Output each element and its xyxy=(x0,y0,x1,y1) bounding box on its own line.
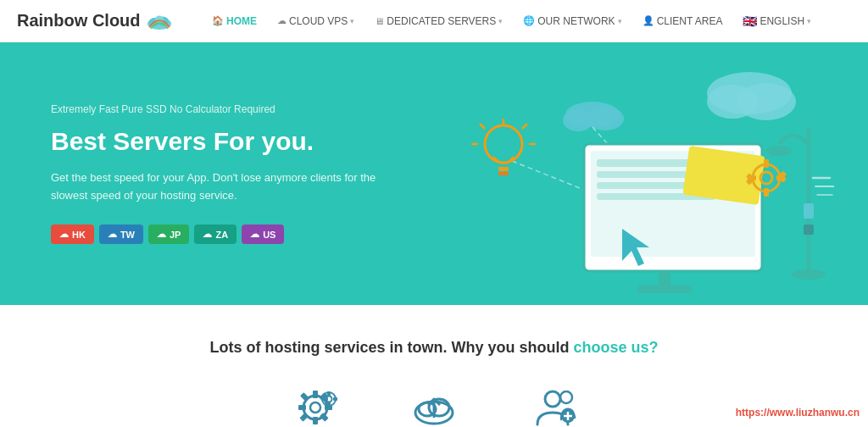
nav-label-client-area: CLIENT AREA xyxy=(657,15,723,27)
svg-rect-28 xyxy=(637,286,692,293)
svg-rect-64 xyxy=(324,397,328,401)
nav-label-home: HOME xyxy=(226,15,257,27)
logo-text: Rainbow Cloud xyxy=(17,11,141,30)
badge-za[interactable]: ☁ ZA xyxy=(194,225,236,244)
nav-label-dedicated-servers: DEDICATED SERVERS xyxy=(387,15,496,27)
svg-point-42 xyxy=(766,146,792,156)
svg-point-50 xyxy=(310,402,320,413)
svg-line-16 xyxy=(480,124,485,129)
nav-item-dedicated-servers[interactable]: 🖥 DEDICATED SERVERS ▾ xyxy=(366,10,511,32)
svg-rect-62 xyxy=(327,402,331,407)
svg-point-9 xyxy=(587,107,624,130)
svg-rect-63 xyxy=(333,397,337,401)
svg-rect-14 xyxy=(498,172,509,175)
user-icon-nav: 👤 xyxy=(643,15,654,26)
feature-icon-users xyxy=(527,382,578,427)
gear-icon-feature xyxy=(290,382,341,427)
cloud-badge-icon-hk: ☁ xyxy=(59,229,69,240)
logo-cloud-icon xyxy=(146,12,173,30)
svg-rect-44 xyxy=(804,203,814,219)
hero-section: Extremely Fast Pure SSD No Calculator Re… xyxy=(0,42,868,305)
nav-item-cloud-vps[interactable]: ☁ CLOUD VPS ▾ xyxy=(269,10,363,32)
cloud-badge-icon-za: ☁ xyxy=(203,229,212,240)
chevron-down-icon: ▾ xyxy=(350,17,354,25)
nav-item-client-area[interactable]: 👤 CLIENT AREA xyxy=(634,10,732,32)
watermark: https://www.liuzhanwu.cn xyxy=(736,407,860,419)
cloud-badge-icon-us: ☁ xyxy=(250,229,259,240)
nav-item-home[interactable]: 🏠 HOME xyxy=(203,10,265,32)
section-why-title-part1: Lots of hosting services in town. Why yo… xyxy=(209,339,573,356)
section-why-title: Lots of hosting services in town. Why yo… xyxy=(51,339,817,357)
svg-rect-61 xyxy=(327,391,331,396)
cloud-icon-nav: ☁ xyxy=(277,15,287,26)
chevron-down-icon-4: ▾ xyxy=(807,17,811,25)
svg-rect-57 xyxy=(320,413,329,422)
svg-rect-56 xyxy=(299,413,309,422)
chevron-down-icon-3: ▾ xyxy=(618,17,622,25)
home-icon: 🏠 xyxy=(212,15,224,26)
cloud-badge-icon-jp: ☁ xyxy=(157,229,166,240)
nav-label-our-network: OUR NETWORK xyxy=(537,15,615,27)
svg-rect-33 xyxy=(764,159,769,168)
main-nav: 🏠 HOME ☁ CLOUD VPS ▾ 🖥 DEDICATED SERVERS… xyxy=(203,9,851,33)
svg-rect-45 xyxy=(804,225,814,235)
nav-item-our-network[interactable]: 🌐 OUR NETWORK ▾ xyxy=(515,10,630,32)
badge-label-hk: HK xyxy=(72,230,86,240)
badge-label-jp: JP xyxy=(170,230,181,240)
hero-illustration xyxy=(427,59,834,297)
svg-rect-54 xyxy=(298,405,306,410)
badge-jp[interactable]: ☁ JP xyxy=(148,225,189,244)
illustration-svg xyxy=(427,59,834,297)
feature-icon-cloud-upload xyxy=(409,382,459,427)
flag-icon-uk: 🇬🇧 xyxy=(743,14,757,28)
badge-us[interactable]: ☁ US xyxy=(242,225,284,244)
chevron-down-icon-2: ▾ xyxy=(498,17,503,25)
network-icon-nav: 🌐 xyxy=(523,15,535,26)
feature-icon-gear xyxy=(290,382,341,427)
badge-tw[interactable]: ☁ TW xyxy=(99,225,143,244)
hero-subtitle: Extremely Fast Pure SSD No Calculator Re… xyxy=(51,103,407,115)
location-badges: ☁ HK ☁ TW ☁ JP ☁ ZA ☁ US xyxy=(51,225,407,244)
svg-point-69 xyxy=(545,391,560,407)
feature-icons-row xyxy=(51,382,817,427)
hero-content: Extremely Fast Pure SSD No Calculator Re… xyxy=(51,103,407,245)
svg-point-6 xyxy=(737,83,796,120)
badge-hk[interactable]: ☁ HK xyxy=(51,225,94,244)
cloud-upload-icon-feature xyxy=(409,382,459,427)
cloud-badge-icon-tw: ☁ xyxy=(108,229,117,240)
svg-point-12 xyxy=(485,125,522,163)
hero-description: Get the best speed for your App. Don't l… xyxy=(51,169,407,205)
server-icon-nav: 🖥 xyxy=(375,16,384,26)
svg-line-17 xyxy=(522,124,527,129)
nav-item-english[interactable]: 🇬🇧 ENGLISH ▾ xyxy=(734,9,820,33)
svg-rect-51 xyxy=(313,391,318,398)
svg-point-70 xyxy=(560,391,572,403)
svg-rect-52 xyxy=(313,417,318,424)
header: Rainbow Cloud 🏠 HOME ☁ CLOUD VPS ▾ 🖥 DED… xyxy=(0,0,868,42)
badge-label-tw: TW xyxy=(120,230,135,240)
badge-label-za: ZA xyxy=(215,230,228,240)
nav-label-cloud-vps: CLOUD VPS xyxy=(289,15,348,27)
svg-rect-24 xyxy=(597,182,690,189)
svg-rect-13 xyxy=(498,167,509,171)
badge-label-us: US xyxy=(263,230,275,240)
users-icon-feature xyxy=(527,382,578,427)
svg-point-43 xyxy=(792,269,826,280)
svg-rect-34 xyxy=(764,188,769,197)
hero-title: Best Servers For you. xyxy=(51,127,407,156)
nav-label-english: ENGLISH xyxy=(760,15,804,27)
logo: Rainbow Cloud xyxy=(17,11,203,30)
choose-us-link[interactable]: choose us? xyxy=(574,339,659,356)
